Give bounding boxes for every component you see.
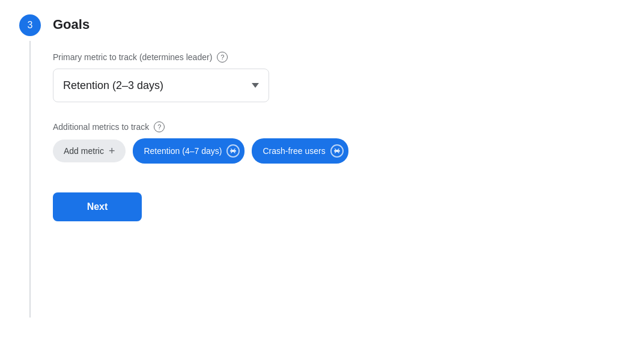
add-metric-button[interactable]: Add metric + [53,140,126,162]
chip-remove-button-0[interactable]: ✕ [226,144,240,158]
additional-metrics-label: Additional metrics to track ? [53,121,625,132]
metrics-row: Add metric + Retention (4–7 days) ✕ Cras… [53,138,625,164]
step-number: 3 [19,14,41,36]
additional-metrics-section: Additional metrics to track ? Add metric… [53,121,625,164]
chip-label-1: Crash-free users [263,146,325,156]
primary-metric-value: Retention (2–3 days) [63,79,163,92]
dropdown-arrow-icon [252,83,259,88]
step-indicator: 3 [19,14,41,318]
additional-metrics-help-icon[interactable]: ? [154,121,165,132]
chip-remove-button-1[interactable]: ✕ [330,144,344,158]
content-area: Goals Primary metric to track (determine… [53,14,625,221]
section-title: Goals [53,17,625,32]
add-icon: + [109,146,115,156]
step-line [29,41,31,318]
chip-x-icon-0: ✕ [229,147,237,155]
add-metric-label: Add metric [64,146,104,156]
page-container: 3 Goals Primary metric to track (determi… [19,14,625,318]
primary-metric-dropdown[interactable]: Retention (2–3 days) [53,69,269,102]
primary-metric-label: Primary metric to track (determines lead… [53,52,625,63]
metric-chip-0: Retention (4–7 days) ✕ [133,138,245,164]
next-button[interactable]: Next [53,192,142,221]
chip-x-icon-1: ✕ [333,147,341,155]
chip-label-0: Retention (4–7 days) [144,146,222,156]
primary-metric-help-icon[interactable]: ? [217,52,228,63]
metric-chip-1: Crash-free users ✕ [252,138,348,164]
